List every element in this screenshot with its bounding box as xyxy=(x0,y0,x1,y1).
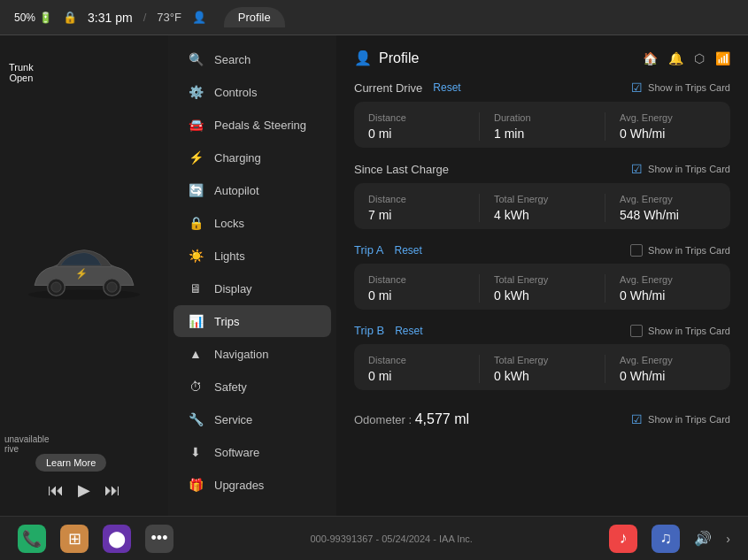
since-last-charge-distance: Distance 7 mi xyxy=(354,194,480,222)
lights-icon: ☀️ xyxy=(188,249,204,263)
current-drive-duration: Duration 1 min xyxy=(480,112,605,141)
sidebar-navigation-label: Navigation xyxy=(214,348,268,361)
taskbar: 📞 ⊞ ⬤ ••• 000-99391367 - 05/24/2024 - IA… xyxy=(0,516,748,560)
sidebar-item-trips[interactable]: 📊 Trips xyxy=(174,305,331,337)
grid-button[interactable]: ⊞ xyxy=(60,525,89,553)
navigation-icon: ▲ xyxy=(188,347,204,361)
current-drive-reset-button[interactable]: Reset xyxy=(433,81,460,94)
battery-percent: 50% xyxy=(14,12,35,24)
trip-b-show-trips[interactable]: Show in Trips Card xyxy=(630,325,730,337)
trip-b-energy-avg: Avg. Energy 0 Wh/mi xyxy=(605,355,730,383)
current-drive-checkbox[interactable]: ☑ xyxy=(631,81,643,95)
trip-a-distance: Distance 0 mi xyxy=(354,274,480,303)
trip-a-energy-total: Total Energy 0 kWh xyxy=(480,274,605,303)
current-drive-label: Current Drive xyxy=(354,81,422,95)
prev-track-button[interactable]: ⏮ xyxy=(48,481,64,500)
sidebar-item-display[interactable]: 🖥 Display xyxy=(174,272,331,304)
trip-b-title-row: Trip B Reset xyxy=(354,324,423,337)
next-track-button[interactable]: ⏭ xyxy=(104,481,120,500)
since-last-charge-label: Since Last Charge xyxy=(354,163,449,176)
sidebar-trips-label: Trips xyxy=(214,315,239,328)
odometer-show-trips[interactable]: ☑ Show in Trips Card xyxy=(631,412,730,426)
sidebar-item-pedals[interactable]: 🚘 Pedals & Steering xyxy=(174,109,331,141)
since-last-charge-energy-total: Total Energy 4 kWh xyxy=(480,194,605,222)
since-last-charge-checkbox[interactable]: ☑ xyxy=(631,162,643,176)
car-image: ⚡ xyxy=(22,239,146,313)
sidebar-item-autopilot[interactable]: 🔄 Autopilot xyxy=(174,174,331,206)
trip-b-reset-button[interactable]: Reset xyxy=(395,325,422,337)
taskbar-left: 📞 ⊞ ⬤ ••• xyxy=(18,525,174,553)
trip-b-distance: Distance 0 mi xyxy=(354,355,480,383)
current-drive-energy: Avg. Energy 0 Wh/mi xyxy=(605,112,730,141)
current-drive-title-row: Current Drive Reset xyxy=(354,81,461,95)
main-container: TrunkOpen ⚡ unavailablerive Learn More ⏮… xyxy=(0,35,748,516)
sidebar-item-software[interactable]: ⬇ Software xyxy=(174,436,331,468)
odometer-row: Odometer : 4,577 ml ☑ Show in Trips Card xyxy=(354,404,730,434)
sidebar-safety-label: Safety xyxy=(214,380,247,394)
odometer-checkbox[interactable]: ☑ xyxy=(631,412,643,426)
bluetooth-icon[interactable]: ⬡ xyxy=(694,51,705,65)
volume-icon[interactable]: 🔊 xyxy=(694,530,712,547)
music2-button[interactable]: ♫ xyxy=(652,525,680,553)
play-button[interactable]: ▶ xyxy=(78,480,90,500)
software-icon: ⬇ xyxy=(188,445,204,459)
trip-a-header: Trip A Reset Show in Trips Card xyxy=(354,243,730,257)
sidebar-item-charging[interactable]: ⚡ Charging xyxy=(174,142,331,173)
sidebar-controls-label: Controls xyxy=(214,86,257,99)
lock-icon: 🔒 xyxy=(63,11,77,24)
sidebar-item-search[interactable]: 🔍 Search xyxy=(174,43,331,75)
music-button[interactable]: ♪ xyxy=(609,525,637,553)
trip-b-section: Trip B Reset Show in Trips Card Distance… xyxy=(354,324,730,390)
trip-b-checkbox[interactable] xyxy=(630,325,643,337)
taskbar-right: ♪ ♫ 🔊 › xyxy=(609,525,730,553)
trip-a-reset-button[interactable]: Reset xyxy=(394,244,421,257)
since-last-charge-title-row: Since Last Charge xyxy=(354,163,449,176)
content-panel: 👤 Profile 🏠 🔔 ⬡ 📶 Current Drive Reset ☑ … xyxy=(336,35,748,516)
current-drive-show-trips[interactable]: ☑ Show in Trips Card xyxy=(631,81,730,95)
media-controls: ⏮ ▶ ⏭ xyxy=(48,480,120,500)
trip-a-energy-avg: Avg. Energy 0 Wh/mi xyxy=(605,274,730,303)
unavailable-label: unavailablerive xyxy=(4,434,50,454)
sidebar-pedals-label: Pedals & Steering xyxy=(214,119,306,132)
current-drive-section: Current Drive Reset ☑ Show in Trips Card… xyxy=(354,81,730,148)
sidebar-item-locks[interactable]: 🔒 Locks xyxy=(174,207,331,239)
profile-tab[interactable]: Profile xyxy=(224,7,285,27)
trip-a-checkbox[interactable] xyxy=(630,244,643,257)
sidebar-item-service[interactable]: 🔧 Service xyxy=(174,403,331,435)
sidebar-item-safety[interactable]: ⏱ Safety xyxy=(174,371,331,403)
profile-person-icon: 👤 xyxy=(354,50,372,66)
home-icon[interactable]: 🏠 xyxy=(643,51,658,65)
current-drive-header: Current Drive Reset ☑ Show in Trips Card xyxy=(354,81,730,95)
trip-b-energy-total: Total Energy 0 kWh xyxy=(480,355,605,383)
trip-a-show-trips[interactable]: Show in Trips Card xyxy=(630,244,730,257)
upgrades-icon: 🎁 xyxy=(188,478,204,492)
sidebar-item-lights[interactable]: ☀️ Lights xyxy=(174,240,331,272)
sidebar-display-label: Display xyxy=(214,282,252,295)
trunk-label: TrunkOpen xyxy=(9,62,34,83)
sidebar-item-controls[interactable]: ⚙️ Controls xyxy=(174,76,331,108)
car-panel: TrunkOpen ⚡ unavailablerive Learn More ⏮… xyxy=(0,35,168,516)
content-header: 👤 Profile 🏠 🔔 ⬡ 📶 xyxy=(354,50,730,66)
trip-b-header: Trip B Reset Show in Trips Card xyxy=(354,324,730,337)
camera-button[interactable]: ⬤ xyxy=(103,525,131,553)
dots-button[interactable]: ••• xyxy=(145,525,174,553)
since-last-charge-show-trips[interactable]: ☑ Show in Trips Card xyxy=(631,162,730,176)
learn-more-button[interactable]: Learn More xyxy=(35,454,106,472)
search-icon: 🔍 xyxy=(188,52,204,66)
sidebar-item-upgrades[interactable]: 🎁 Upgrades xyxy=(174,469,331,501)
display-icon: 🖥 xyxy=(188,281,204,295)
phone-button[interactable]: 📞 xyxy=(18,525,46,553)
current-drive-distance: Distance 0 mi xyxy=(354,112,480,141)
page-title: Profile xyxy=(379,50,419,66)
bell-icon[interactable]: 🔔 xyxy=(668,51,683,65)
chevron-right-icon[interactable]: › xyxy=(726,532,730,546)
odometer-label: Odometer : xyxy=(354,413,415,426)
trip-a-label: Trip A xyxy=(354,243,383,257)
since-last-charge-header: Since Last Charge ☑ Show in Trips Card xyxy=(354,162,730,176)
sidebar-software-label: Software xyxy=(214,446,259,459)
sidebar-autopilot-label: Autopilot xyxy=(214,184,259,197)
sidebar-upgrades-label: Upgrades xyxy=(214,479,264,492)
odometer-label-group: Odometer : 4,577 ml xyxy=(354,411,469,427)
sidebar: 🔍 Search ⚙️ Controls 🚘 Pedals & Steering… xyxy=(168,35,336,516)
sidebar-item-navigation[interactable]: ▲ Navigation xyxy=(174,338,331,370)
